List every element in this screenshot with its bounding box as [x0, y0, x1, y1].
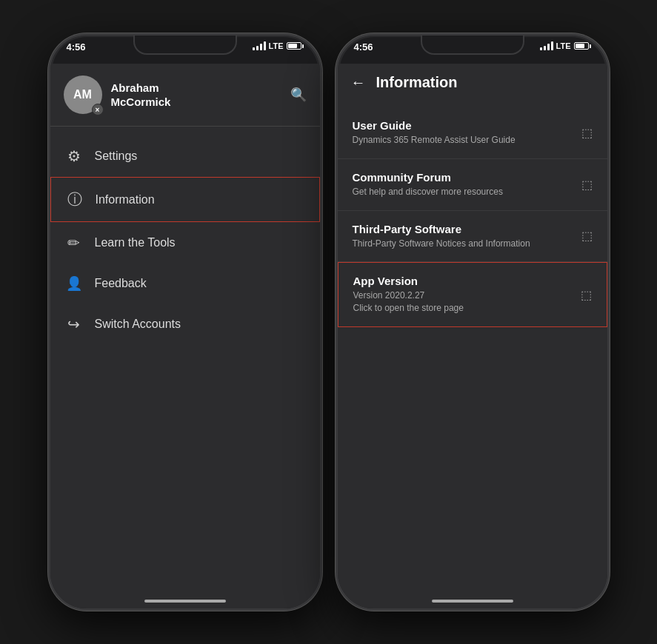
community-forum-subtitle: Get help and discover more resources: [353, 186, 574, 198]
back-button[interactable]: ←: [351, 74, 366, 91]
third-party-subtitle: Third-Party Software Notices and Informa…: [353, 238, 574, 250]
home-indicator-left: [144, 600, 226, 603]
time-left: 4:56: [67, 41, 86, 53]
sidebar-item-label-information: Information: [96, 193, 155, 207]
external-link-icon-user-guide: ⬚: [581, 126, 593, 140]
info-item-third-party[interactable]: Third-Party Software Third-Party Softwar…: [338, 211, 607, 263]
notch-right: [421, 36, 524, 55]
notch: [133, 36, 237, 55]
home-indicator-right: [432, 600, 513, 603]
sidebar-item-settings[interactable]: ⚙ Settings: [50, 135, 320, 177]
signal-bars-right: [540, 41, 553, 50]
info-screen: ← Information User Guide Dynamics 365 Re…: [338, 64, 607, 608]
info-header: ← Information: [338, 64, 607, 101]
info-item-app-version-text: App Version Version 2020.2.27 Click to o…: [353, 275, 573, 315]
battery-icon-right: [574, 42, 591, 50]
right-phone: 4:56 LTE ← Information User Guide: [336, 33, 610, 611]
external-link-icon-community: ⬚: [581, 178, 593, 192]
left-phone: 4:56 LTE AM × Abraham: [48, 33, 322, 611]
information-icon: ⓘ: [66, 189, 84, 209]
lte-label-left: LTE: [269, 41, 284, 50]
sidebar-item-label-switch-accounts: Switch Accounts: [95, 318, 181, 331]
info-page-title: Information: [376, 74, 458, 91]
info-item-third-party-text: Third-Party Software Third-Party Softwar…: [353, 223, 574, 250]
app-version-subtitle: Version 2020.2.27 Click to open the stor…: [353, 289, 573, 315]
menu-header: AM × Abraham McCormick 🔍: [50, 64, 320, 123]
sidebar-item-label-feedback: Feedback: [95, 277, 147, 290]
third-party-title: Third-Party Software: [353, 223, 574, 235]
battery-icon-left: [287, 42, 304, 50]
learn-tools-icon: ✏: [65, 234, 83, 252]
info-item-user-guide-text: User Guide Dynamics 365 Remote Assist Us…: [353, 119, 574, 147]
user-guide-subtitle: Dynamics 365 Remote Assist User Guide: [353, 134, 574, 147]
status-icons-right: LTE: [540, 41, 591, 50]
sidebar-item-label-learn-tools: Learn the Tools: [95, 236, 176, 249]
status-icons-left: LTE: [253, 41, 304, 50]
avatar-badge: ×: [92, 104, 104, 115]
sidebar-item-label-settings: Settings: [95, 150, 138, 163]
sidebar-item-learn-tools[interactable]: ✏ Learn the Tools: [50, 222, 320, 264]
app-version-title: App Version: [353, 275, 573, 287]
external-link-icon-third-party: ⬚: [581, 229, 593, 243]
signal-bars-left: [253, 41, 266, 50]
user-name: Abraham McCormick: [111, 81, 171, 110]
info-item-community-forum-text: Community Forum Get help and discover mo…: [353, 171, 574, 198]
external-link-icon-app-version: ⬚: [581, 288, 592, 302]
menu-items-list: ⚙ Settings ⓘ Information ✏ Learn the Too…: [50, 130, 320, 608]
sidebar-item-feedback[interactable]: 👤 Feedback: [50, 264, 320, 303]
time-right: 4:56: [354, 41, 373, 53]
community-forum-title: Community Forum: [353, 171, 574, 184]
avatar: AM ×: [64, 76, 102, 114]
left-screen: AM × Abraham McCormick 🔍 ⚙ Settings: [50, 64, 320, 608]
info-item-user-guide[interactable]: User Guide Dynamics 365 Remote Assist Us…: [338, 107, 607, 159]
info-items-list: User Guide Dynamics 365 Remote Assist Us…: [338, 101, 607, 333]
feedback-icon: 👤: [65, 275, 83, 292]
user-guide-title: User Guide: [353, 119, 574, 132]
settings-icon: ⚙: [65, 147, 83, 165]
sidebar-item-switch-accounts[interactable]: ↪ Switch Accounts: [50, 303, 320, 345]
avatar-initials: AM: [73, 88, 92, 101]
lte-label-right: LTE: [556, 41, 571, 50]
switch-accounts-icon: ↪: [65, 315, 83, 333]
search-button[interactable]: 🔍: [290, 87, 307, 103]
sidebar-item-information[interactable]: ⓘ Information: [50, 177, 320, 222]
info-item-app-version[interactable]: App Version Version 2020.2.27 Click to o…: [338, 262, 607, 327]
info-item-community-forum[interactable]: Community Forum Get help and discover mo…: [338, 159, 607, 211]
user-info: AM × Abraham McCormick: [64, 76, 171, 114]
menu-screen: AM × Abraham McCormick 🔍 ⚙ Settings: [50, 64, 320, 608]
right-screen: ← Information User Guide Dynamics 365 Re…: [338, 64, 607, 608]
menu-divider: [50, 126, 320, 127]
